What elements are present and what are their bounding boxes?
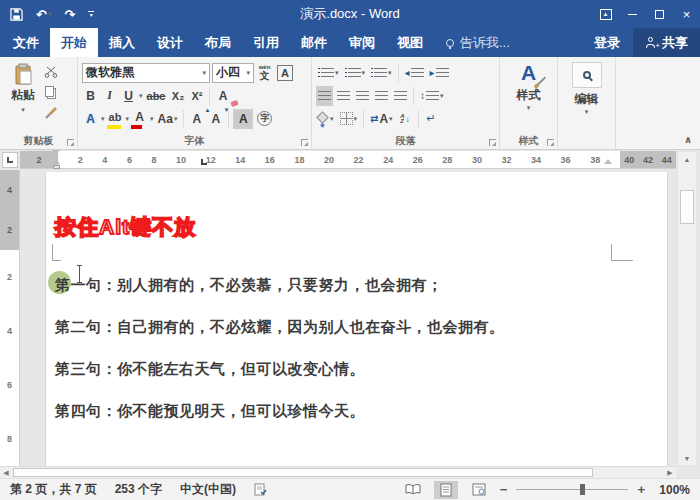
ribbon-tab[interactable]: 引用 [242, 28, 290, 57]
italic-button[interactable]: I [101, 86, 118, 106]
font-size-combo[interactable]: 小四▾ [212, 63, 254, 83]
page-indicator[interactable]: 第 2 页，共 7 页 [10, 481, 97, 498]
vertical-scrollbar[interactable]: ▲ ▼ [677, 151, 697, 466]
font-dialog-launcher-icon[interactable] [301, 139, 308, 146]
scroll-down-icon[interactable]: ▼ [678, 451, 696, 465]
superscript-button[interactable]: X² [188, 86, 205, 106]
ribbon-tab[interactable]: 设计 [146, 28, 194, 57]
increase-indent-button[interactable]: ▸ [428, 63, 451, 83]
clear-formatting-button[interactable]: A [214, 86, 231, 106]
clipboard-dialog-launcher-icon[interactable] [67, 139, 74, 146]
ribbon-tab[interactable]: 布局 [194, 28, 242, 57]
zoom-level[interactable]: 100% [654, 483, 690, 497]
strikethrough-button[interactable]: abc [145, 86, 168, 106]
styles-button[interactable]: A 样式 ▾ [517, 61, 541, 112]
paste-button[interactable]: 粘贴 ▾ [4, 61, 42, 133]
ribbon-display-options-button[interactable]: ▴ [592, 0, 619, 28]
format-painter-button[interactable] [42, 104, 60, 120]
font-color-button[interactable]: A [131, 109, 148, 129]
left-indent-marker[interactable] [53, 165, 60, 169]
redo-icon[interactable]: ↷ [64, 7, 75, 22]
text-effects-button[interactable]: A [82, 109, 99, 129]
change-case-button[interactable]: Aa▾ [156, 109, 180, 129]
show-hide-marks-button[interactable]: ↵ [423, 109, 440, 129]
justify-button[interactable] [373, 86, 390, 106]
decrease-indent-button[interactable]: ◂ [403, 63, 426, 83]
paragraph-dialog-launcher-icon[interactable] [489, 139, 496, 146]
tab-selector[interactable] [2, 152, 18, 168]
maximize-button[interactable] [646, 0, 673, 28]
align-center-button[interactable] [335, 86, 352, 106]
horizontal-scroll-thumb[interactable] [13, 468, 593, 477]
tell-me-label: 告诉我... [460, 34, 510, 52]
document-text-line[interactable]: 第四句：你不能预见明天，但可以珍惜今天。 [55, 390, 647, 432]
zoom-slider-thumb[interactable] [580, 484, 585, 495]
zoom-slider[interactable] [516, 489, 628, 490]
document-text-line[interactable]: 第二句：自己拥有的，不必炫耀，因为别人也在奋斗，也会拥有。 [55, 306, 647, 348]
shrink-font-button[interactable]: A▼ [207, 109, 224, 129]
phonetic-guide-button[interactable]: wén文 [256, 63, 273, 83]
vertical-ruler[interactable]: 42 2468 [0, 170, 20, 466]
line-spacing-button[interactable]: ↕▾ [418, 86, 446, 106]
scroll-up-icon[interactable]: ▲ [678, 152, 696, 166]
highlight-color-button[interactable]: ab [107, 109, 124, 129]
copy-button[interactable] [42, 84, 60, 100]
cut-button[interactable] [42, 64, 60, 80]
zoom-out-button[interactable]: − [500, 482, 508, 497]
tab-stop-marker[interactable] [201, 159, 207, 165]
scroll-left-icon[interactable]: ◀ [0, 467, 12, 478]
distribute-button[interactable] [392, 86, 409, 106]
share-button[interactable]: + 共享 [633, 28, 700, 57]
horizontal-scrollbar[interactable]: ◀ ▶ [0, 466, 676, 478]
character-shading-button[interactable]: A [233, 109, 253, 129]
grow-font-button[interactable]: A▲ [188, 109, 205, 129]
bullets-button[interactable]: ▾ [316, 63, 341, 83]
ribbon-tab[interactable]: 开始 [50, 28, 98, 57]
customize-qat-icon[interactable]: ▾ [88, 11, 94, 18]
close-button[interactable]: × [673, 0, 700, 28]
zoom-in-button[interactable]: + [637, 482, 645, 497]
hanging-indent-marker[interactable] [52, 159, 60, 164]
minimize-button[interactable] [619, 0, 646, 28]
editing-button[interactable]: 编辑 ▾ [572, 61, 602, 116]
bold-button[interactable]: B [82, 86, 99, 106]
align-left-button[interactable] [316, 86, 333, 106]
read-mode-button[interactable] [401, 481, 425, 499]
web-layout-button[interactable] [467, 481, 491, 499]
language-indicator[interactable]: 中文(中国) [180, 481, 236, 498]
print-layout-button[interactable] [434, 481, 458, 499]
right-indent-marker[interactable] [604, 159, 612, 164]
borders-button[interactable]: ▾ [338, 109, 360, 129]
collapse-ribbon-icon[interactable]: ∧ [684, 134, 692, 145]
sort-button[interactable]: AZ↓ [397, 109, 414, 129]
vertical-scroll-thumb[interactable] [680, 190, 694, 224]
ribbon-tab[interactable]: 审阅 [338, 28, 386, 57]
document-text-line[interactable]: 第一句：别人拥有的，不必羡慕，只要努力，也会拥有； [55, 264, 647, 306]
asian-layout-button[interactable]: ⇄A▾ [368, 109, 395, 129]
underline-button[interactable]: U [120, 86, 137, 106]
font-name-combo[interactable]: 微软雅黑▾ [82, 63, 210, 83]
shading-button[interactable]: ▾ [316, 109, 336, 129]
ribbon-tab[interactable]: 文件 [2, 28, 50, 57]
horizontal-ruler[interactable]: 2 2468101214161820222426283032343638 404… [20, 151, 676, 169]
sign-in-button[interactable]: 登录 [581, 28, 633, 57]
proofing-icon[interactable] [254, 483, 267, 496]
ribbon-tab[interactable]: 视图 [386, 28, 434, 57]
tell-me-box[interactable]: 告诉我... [446, 28, 510, 57]
ribbon-tab[interactable]: 邮件 [290, 28, 338, 57]
word-count[interactable]: 253 个字 [115, 481, 162, 498]
undo-icon[interactable]: ↶▾ [36, 7, 51, 22]
align-right-button[interactable] [354, 86, 371, 106]
enclose-characters-button[interactable]: 字 [255, 109, 274, 129]
document-page[interactable]: 按住Alt键不放 第一句：别人拥有的，不必羡慕，只要努力，也会拥有；第二句：自己… [45, 172, 668, 466]
multilevel-list-button[interactable]: ▾ [369, 63, 394, 83]
save-icon[interactable] [10, 8, 23, 21]
subscript-button[interactable]: X₂ [169, 86, 186, 106]
document-text-line[interactable]: 第三句：你不能左右天气，但可以改变心情。 [55, 348, 647, 390]
scroll-right-icon[interactable]: ▶ [664, 467, 676, 478]
character-border-button[interactable]: A [275, 63, 295, 83]
first-line-indent-marker[interactable] [52, 150, 60, 155]
styles-dialog-launcher-icon[interactable] [547, 139, 554, 146]
numbering-button[interactable]: ▾ [343, 63, 368, 83]
ribbon-tab[interactable]: 插入 [98, 28, 146, 57]
